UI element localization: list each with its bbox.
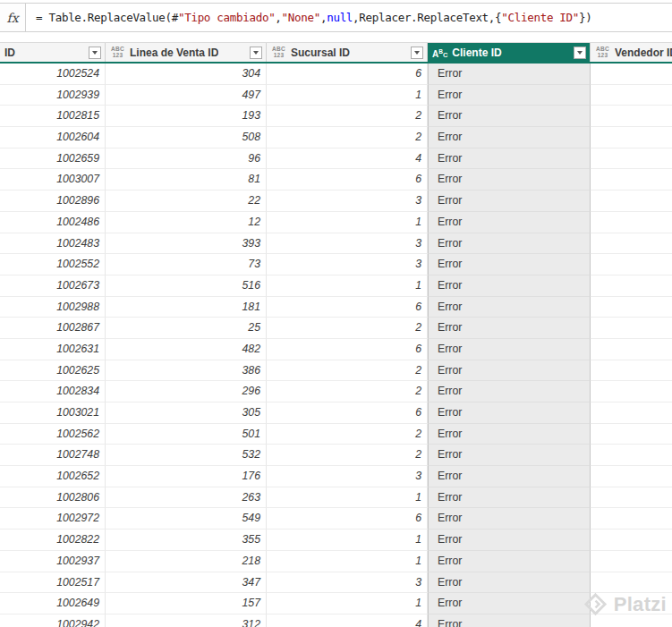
cell[interactable]	[591, 233, 672, 255]
cell[interactable]: 1002815	[0, 106, 106, 127]
cell[interactable]: 508	[106, 127, 267, 148]
cell[interactable]	[591, 424, 672, 445]
cell[interactable]	[591, 614, 672, 627]
cell[interactable]: Error	[428, 381, 591, 402]
cell[interactable]	[591, 445, 672, 466]
cell[interactable]: 218	[106, 551, 267, 572]
cell[interactable]: Error	[428, 148, 591, 170]
cell[interactable]: 2	[267, 424, 428, 445]
cell[interactable]: 193	[106, 106, 267, 127]
cell[interactable]: 516	[106, 275, 267, 297]
cell[interactable]	[591, 339, 672, 360]
formula-input[interactable]: = Table.ReplaceValue(#"Tipo cambiado","N…	[26, 4, 672, 31]
cell[interactable]: 6	[267, 64, 428, 85]
cell[interactable]: 263	[106, 487, 267, 509]
cell[interactable]	[591, 551, 672, 572]
cell[interactable]: 549	[106, 508, 267, 530]
cell[interactable]	[591, 360, 672, 382]
cell[interactable]: Error	[428, 106, 591, 127]
cell[interactable]: 2	[267, 445, 428, 466]
cell[interactable]: 1002988	[0, 297, 106, 318]
cell[interactable]	[591, 64, 672, 85]
cell[interactable]: Error	[428, 487, 591, 509]
cell[interactable]: 1002483	[0, 233, 106, 255]
cell[interactable]: 1002631	[0, 339, 106, 360]
cell[interactable]: 6	[267, 508, 428, 530]
cell[interactable]: 1002822	[0, 530, 106, 551]
cell[interactable]: Error	[428, 233, 591, 255]
filter-button[interactable]	[411, 47, 423, 59]
cell[interactable]: 1002524	[0, 64, 106, 85]
cell[interactable]: 73	[106, 254, 267, 275]
cell[interactable]: 1002486	[0, 212, 106, 233]
cell[interactable]: Error	[428, 424, 591, 445]
cell[interactable]: Error	[428, 593, 591, 614]
filter-button[interactable]	[89, 47, 101, 59]
cell[interactable]: 1	[267, 593, 428, 614]
cell[interactable]: Error	[428, 339, 591, 360]
cell[interactable]	[591, 530, 672, 551]
cell[interactable]	[591, 593, 672, 614]
cell[interactable]: 2	[267, 381, 428, 402]
cell[interactable]: 1002652	[0, 466, 106, 487]
cell[interactable]: 1002942	[0, 614, 106, 627]
cell[interactable]: 501	[106, 424, 267, 445]
cell[interactable]: Error	[428, 508, 591, 530]
cell[interactable]	[591, 297, 672, 318]
cell[interactable]: 1002562	[0, 424, 106, 445]
cell[interactable]	[591, 127, 672, 148]
cell[interactable]: 304	[106, 64, 267, 85]
cell[interactable]: Error	[428, 297, 591, 318]
cell[interactable]: 2	[267, 318, 428, 339]
cell[interactable]: 1003021	[0, 402, 106, 424]
cell[interactable]: 1002806	[0, 487, 106, 509]
cell[interactable]	[591, 381, 672, 402]
cell[interactable]: Error	[428, 85, 591, 106]
cell[interactable]: Error	[428, 318, 591, 339]
cell[interactable]: 22	[106, 191, 267, 212]
cell[interactable]: 6	[267, 297, 428, 318]
cell[interactable]: Error	[428, 614, 591, 627]
cell[interactable]: 3	[267, 572, 428, 594]
cell[interactable]: 6	[267, 339, 428, 360]
cell[interactable]: 12	[106, 212, 267, 233]
cell[interactable]: 1002748	[0, 445, 106, 466]
cell[interactable]	[591, 254, 672, 275]
cell[interactable]: 4	[267, 614, 428, 627]
cell[interactable]	[591, 169, 672, 191]
cell[interactable]: 1002834	[0, 381, 106, 402]
cell[interactable]: 1002937	[0, 551, 106, 572]
cell[interactable]: Error	[428, 275, 591, 297]
cell[interactable]	[591, 106, 672, 127]
cell[interactable]	[591, 402, 672, 424]
cell[interactable]: 305	[106, 402, 267, 424]
cell[interactable]: 386	[106, 360, 267, 382]
cell[interactable]	[591, 212, 672, 233]
cell[interactable]: 1002517	[0, 572, 106, 594]
cell[interactable]	[591, 275, 672, 297]
cell[interactable]: 1	[267, 551, 428, 572]
type-text-icon[interactable]: ABC	[432, 46, 447, 60]
cell[interactable]: Error	[428, 466, 591, 487]
cell[interactable]: 1	[267, 487, 428, 509]
cell[interactable]: 3	[267, 254, 428, 275]
cell[interactable]: 1	[267, 530, 428, 551]
cell[interactable]: 1002649	[0, 593, 106, 614]
cell[interactable]: Error	[428, 191, 591, 212]
cell[interactable]: 482	[106, 339, 267, 360]
cell[interactable]: 176	[106, 466, 267, 487]
cell[interactable]: 1002896	[0, 191, 106, 212]
cell[interactable]: 1002625	[0, 360, 106, 382]
cell[interactable]: 1002552	[0, 254, 106, 275]
cell[interactable]: 1	[267, 212, 428, 233]
cell[interactable]: Error	[428, 64, 591, 85]
cell[interactable]	[591, 508, 672, 530]
cell[interactable]: 6	[267, 402, 428, 424]
cell[interactable]: Error	[428, 445, 591, 466]
cell[interactable]: 81	[106, 169, 267, 191]
cell[interactable]: 25	[106, 318, 267, 339]
column-header-sucursal-id[interactable]: ABC123Sucursal ID	[267, 43, 428, 62]
cell[interactable]: 1002972	[0, 508, 106, 530]
column-header-linea-de-venta-id[interactable]: ABC123Linea de Venta ID	[106, 43, 267, 62]
cell[interactable]: Error	[428, 360, 591, 382]
